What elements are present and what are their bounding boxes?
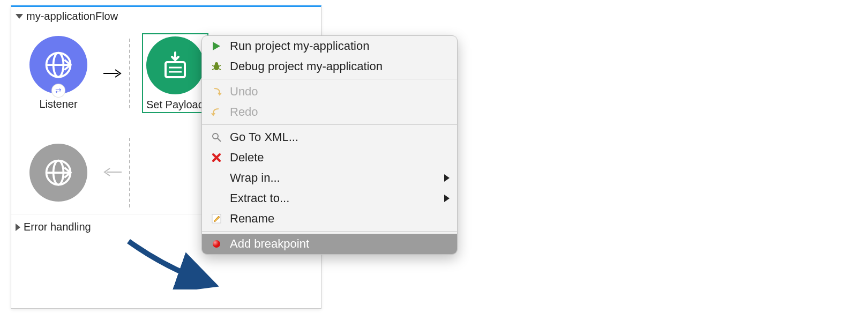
- inactive-icon: [29, 144, 87, 202]
- menu-undo: Undo: [202, 81, 457, 102]
- bug-icon: [209, 60, 223, 73]
- menu-goto-xml-label: Go To XML...: [230, 130, 298, 144]
- menu-wrap-label: Wrap in...: [230, 171, 280, 185]
- selection-outline: Set Payload: [142, 33, 208, 113]
- submenu-arrow-icon: [444, 195, 450, 202]
- svg-line-14: [219, 65, 221, 66]
- flow-arrow-back-icon: [103, 164, 122, 181]
- menu-rename-label: Rename: [230, 212, 274, 226]
- rename-icon: [209, 212, 223, 226]
- menu-separator: [202, 124, 457, 125]
- flow-arrow-icon: [103, 68, 122, 79]
- menu-separator: [202, 231, 457, 232]
- svg-point-17: [213, 133, 218, 139]
- blank-icon: [209, 171, 223, 185]
- svg-point-12: [215, 62, 218, 65]
- menu-debug-project[interactable]: Debug project my-application: [202, 56, 457, 77]
- download-doc-icon: [160, 50, 190, 80]
- svg-line-13: [212, 65, 214, 66]
- flow-title: my-applicationFlow: [26, 10, 118, 23]
- inactive-node[interactable]: [21, 144, 96, 202]
- flow-separator: [129, 39, 130, 108]
- menu-extract-to[interactable]: Extract to...: [202, 188, 457, 209]
- disclosure-closed-icon: [16, 224, 20, 231]
- submenu-arrow-icon: [444, 174, 450, 182]
- breakpoint-icon: [209, 237, 223, 251]
- svg-point-20: [213, 240, 220, 248]
- flow-separator-2: [129, 138, 130, 207]
- menu-redo: Redo: [202, 102, 457, 122]
- menu-goto-xml[interactable]: Go To XML...: [202, 127, 457, 147]
- magnifier-icon: [209, 130, 223, 144]
- blank-icon: [209, 191, 223, 205]
- run-icon: [209, 39, 223, 53]
- menu-run-label: Run project my-application: [230, 39, 369, 53]
- menu-extract-label: Extract to...: [230, 191, 289, 205]
- menu-rename[interactable]: Rename: [202, 209, 457, 229]
- menu-debug-label: Debug project my-application: [230, 60, 383, 73]
- globe-icon: [42, 49, 74, 81]
- set-payload-label: Set Payload: [146, 99, 204, 111]
- menu-delete[interactable]: Delete: [202, 147, 457, 168]
- listener-icon: ⇄: [29, 36, 87, 94]
- context-menu: Run project my-application Debug project…: [201, 35, 458, 255]
- menu-separator: [202, 79, 457, 79]
- delete-icon: [209, 151, 223, 165]
- menu-wrap-in[interactable]: Wrap in...: [202, 168, 457, 188]
- menu-run-project[interactable]: Run project my-application: [202, 36, 457, 56]
- error-handling-label: Error handling: [24, 221, 91, 233]
- menu-add-breakpoint-label: Add breakpoint: [230, 237, 309, 251]
- svg-rect-4: [166, 62, 185, 77]
- svg-line-18: [218, 138, 221, 142]
- menu-redo-label: Redo: [230, 105, 258, 119]
- listener-label: Listener: [39, 98, 77, 110]
- exchange-badge-icon: ⇄: [52, 84, 65, 97]
- redo-icon: [209, 105, 223, 119]
- disclosure-open-icon: [16, 14, 23, 19]
- undo-icon: [209, 85, 223, 99]
- globe-grey-icon: [42, 157, 74, 189]
- svg-line-16: [219, 69, 221, 70]
- menu-add-breakpoint[interactable]: Add breakpoint: [202, 234, 457, 254]
- set-payload-icon: [146, 36, 204, 94]
- menu-delete-label: Delete: [230, 151, 264, 165]
- flow-title-row[interactable]: my-applicationFlow: [11, 7, 321, 26]
- menu-undo-label: Undo: [230, 85, 258, 99]
- svg-line-15: [212, 69, 214, 70]
- listener-node[interactable]: ⇄ Listener: [21, 36, 96, 110]
